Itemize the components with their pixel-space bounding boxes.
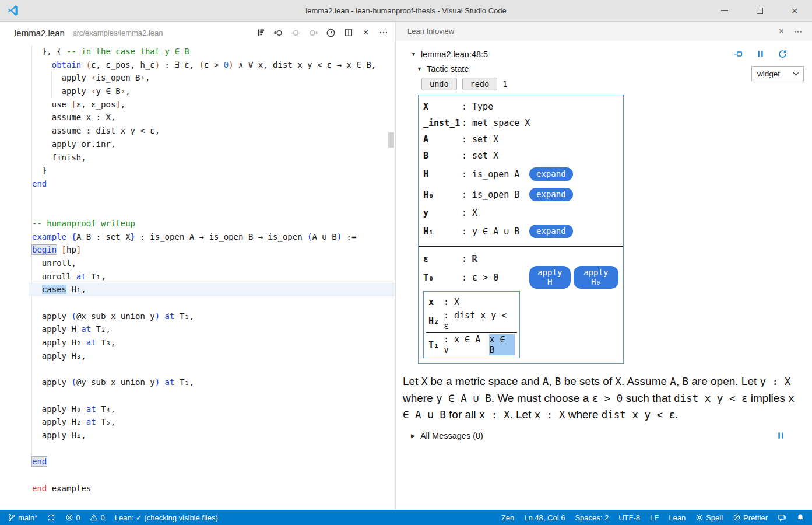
close-panel-icon[interactable]: × [779,27,784,36]
status-item-lf[interactable]: LF [650,513,659,522]
prose-code-token: B [555,376,561,387]
prose-text: such that [623,392,674,404]
editor-title-bar: lemma2.lean src/examples/lemma2.lean [0,22,395,44]
status-item-zen[interactable]: Zen [501,513,514,522]
code-line[interactable]: assume : dist x y < ε, [0,124,395,138]
status-label: Zen [501,513,514,522]
status-item-spell[interactable]: Spell [695,513,723,522]
code-line[interactable]: apply (@x_sub_x_union_y) at T₁, [0,310,395,323]
pause-icon[interactable] [776,431,785,440]
code-line[interactable]: assume x : X, [0,111,395,124]
status-item-lean[interactable]: Lean [669,513,686,522]
code-line[interactable]: example {A B : set X} : is_open A → is_o… [0,230,395,244]
code-line[interactable]: unroll, [0,257,395,270]
code-line[interactable]: begin [hp] [0,243,395,257]
status-item-0[interactable]: 0 [65,513,80,522]
status-label: Lean [669,513,686,522]
status-item[interactable] [778,513,786,522]
status-item-prettier[interactable]: Prettier [733,513,768,522]
status-item-main[interactable]: main* [8,513,37,522]
code-line[interactable] [0,296,395,310]
code-line[interactable]: }, { -- in the case that y ∈ B [0,45,395,58]
status-label: Spell [706,513,723,522]
status-item[interactable] [47,513,55,522]
code-line[interactable]: apply ‹is_open B›, [0,71,395,85]
pause-icon[interactable] [756,50,765,58]
navigate-back-icon[interactable] [273,28,283,38]
code-line[interactable]: -- humanproof writeup [0,217,395,230]
split-editor-icon[interactable] [343,28,353,38]
collapse-triangle-icon[interactable]: ▼ [417,66,422,72]
code-line[interactable] [0,468,395,482]
code-line[interactable] [0,389,395,402]
code-line[interactable]: apply H₀ at T₄, [0,402,395,416]
undo-button[interactable]: undo [421,78,457,90]
refresh-icon[interactable] [778,49,788,59]
status-label: Lean: ✓ (checking visible files) [115,513,218,522]
collapsed-triangle-icon[interactable]: ▶ [411,433,415,439]
code-line[interactable]: apply ‹y ∈ B›, [0,85,395,98]
hypothesis-buttons: apply Happly H₀ [529,266,618,289]
expand-button[interactable]: expand [529,188,573,201]
code-line[interactable]: end [0,177,395,191]
expand-button[interactable]: expand [529,167,573,181]
navigate-dot-icon[interactable] [291,28,301,38]
prose-text: , [676,375,683,387]
hypothesis-name: H [423,169,462,180]
status-item-ln-48-col-6[interactable]: Ln 48, Col 6 [524,513,565,522]
code-line[interactable]: } [0,164,395,177]
code-line[interactable] [0,191,395,204]
all-messages-row[interactable]: ▶ All Messages (0) [402,431,804,440]
hypothesis-type: : set X [462,150,498,161]
widget-dropdown[interactable]: widget [751,66,804,81]
code-line[interactable]: apply H₄, [0,429,395,442]
status-item[interactable] [796,513,804,522]
lean-infoview-icon[interactable] [256,28,266,38]
code-line[interactable]: apply H₃, [0,349,395,363]
code-editor[interactable]: }, { -- in the case that y ∈ B obtain ⟨ε… [0,44,395,510]
hypothesis-row: X: Type [423,99,618,115]
prose-text: for all [446,408,479,421]
code-line[interactable]: end examples [0,482,395,495]
code-line[interactable]: apply H at T₂, [0,323,395,336]
prose-text: where [403,392,436,404]
close-editor-icon[interactable]: × [361,28,371,38]
slash-circle-icon [733,513,741,522]
status-item-lean-checking-visible-files[interactable]: Lean: ✓ (checking visible files) [115,513,218,522]
pin-icon[interactable] [733,49,743,59]
status-bar: main*00Lean: ✓ (checking visible files) … [0,510,812,525]
code-line[interactable]: unroll at T₁, [0,270,395,284]
status-item-0[interactable]: 0 [90,513,104,522]
code-line[interactable]: apply or.inr, [0,138,395,151]
status-item-spaces-2[interactable]: Spaces: 2 [575,513,609,522]
code-line[interactable] [0,204,395,217]
code-line[interactable]: apply (@y_sub_x_union_y) at T₁, [0,376,395,389]
goal-separator [426,332,517,333]
prose-text: Let [403,375,421,387]
navigate-forward-icon[interactable] [308,28,318,38]
code-line[interactable] [0,363,395,376]
more-actions-icon[interactable] [793,27,803,36]
code-line[interactable]: obtain ⟨ε, ε_pos, h_ε⟩ : ∃ ε, (ε > 0) ∧ … [0,58,395,72]
apply-button[interactable]: apply H₀ [574,266,618,289]
word-highlight: end [32,457,47,466]
code-line[interactable]: use [ε, ε_pos], [0,98,395,111]
code-line[interactable] [0,442,395,456]
status-item-utf-8[interactable]: UTF-8 [618,513,640,522]
apply-button[interactable]: apply H [529,266,571,289]
collapse-triangle-icon[interactable]: ▼ [411,51,416,57]
code-line[interactable]: apply H₂ at T₃, [0,336,395,349]
code-line[interactable]: finish, [0,151,395,164]
code-line[interactable]: end [0,455,395,468]
prose-code-token: x : X [535,409,565,421]
hypothesis-row: x: X [428,294,515,310]
run-timer-icon[interactable] [326,28,336,38]
redo-button[interactable]: redo [462,78,498,90]
hypothesis-type: : X [444,297,459,307]
expand-button[interactable]: expand [529,225,573,238]
prose-text: . Assume [621,375,670,387]
code-line[interactable]: cases H₁, [0,283,395,296]
tab-filename[interactable]: lemma2.lean [15,28,65,38]
code-line[interactable]: apply H₂ at T₅, [0,415,395,429]
more-actions-icon[interactable] [378,28,388,38]
